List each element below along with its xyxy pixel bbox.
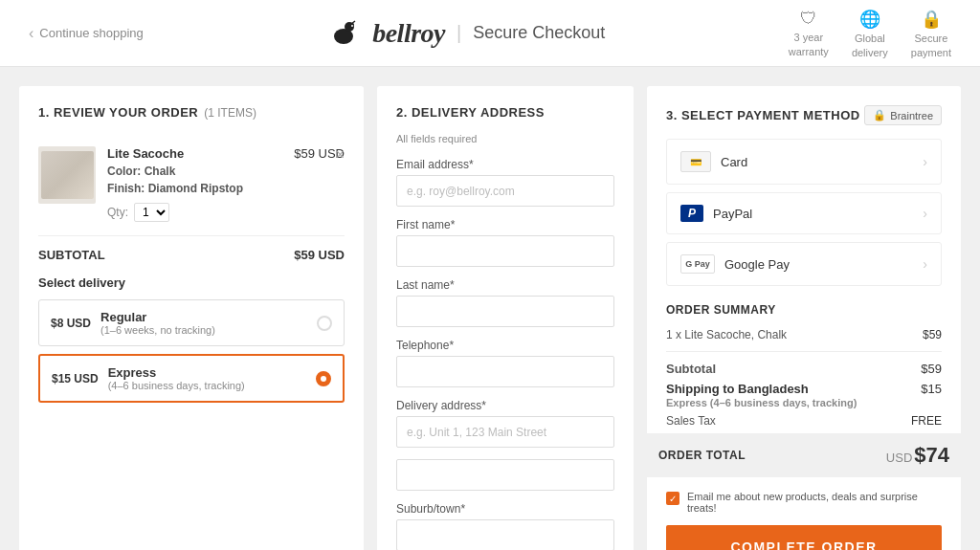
finish-value: Diamond Ripstop bbox=[148, 182, 243, 195]
svg-point-4 bbox=[351, 25, 353, 27]
payment-header: 3. SELECT PAYMENT METHOD 🔒 Braintree bbox=[666, 105, 942, 125]
os-tax-value: FREE bbox=[911, 414, 942, 428]
color-value: Chalk bbox=[145, 165, 176, 178]
address1-field-group: Delivery address* bbox=[396, 399, 614, 448]
email-checkbox-row: Email me about new products, deals and s… bbox=[666, 491, 942, 514]
payment-summary-section: 3. SELECT PAYMENT METHOD 🔒 Braintree 💳 C… bbox=[647, 86, 961, 550]
payment-icon: 🔒 bbox=[921, 9, 942, 30]
delivery-option-regular[interactable]: $8 USD Regular (1–6 weeks, no tracking) bbox=[38, 299, 345, 346]
suburb-input[interactable] bbox=[396, 519, 614, 550]
payment-option-gpay[interactable]: G Pay Google Pay › bbox=[666, 242, 942, 286]
suburb-field-group: Suburb/town* bbox=[396, 502, 614, 550]
logo-bird-icon bbox=[326, 17, 361, 46]
braintree-badge: 🔒 Braintree bbox=[864, 105, 942, 125]
os-subtotal-value: $59 bbox=[921, 362, 942, 376]
delivery-option-regular-left: $8 USD Regular (1–6 weeks, no tracking) bbox=[51, 310, 215, 336]
delivery-express-info: Express (4–6 business days, tracking) bbox=[108, 365, 245, 391]
delivery-line1: Global bbox=[855, 33, 885, 44]
payment-option-card[interactable]: 💳 Card › bbox=[666, 139, 942, 185]
order-review-section: 1. REVIEW YOUR ORDER (1 ITEMS) Lite Saco… bbox=[19, 86, 364, 550]
email-field-group: Email address* bbox=[396, 158, 614, 207]
order-total-amount: $74 bbox=[914, 443, 949, 467]
subtotal-label: SUBTOTAL bbox=[38, 248, 105, 262]
first-name-input[interactable] bbox=[396, 235, 614, 267]
delivery-badge: 🌐 Global delivery bbox=[852, 9, 888, 58]
order-summary: ORDER SUMMARY 1 x Lite Sacoche, Chalk $5… bbox=[666, 303, 942, 428]
back-label: Continue shopping bbox=[39, 26, 143, 40]
product-color: Color: Chalk bbox=[107, 163, 282, 180]
email-checkbox[interactable] bbox=[666, 492, 679, 505]
telephone-input[interactable] bbox=[396, 356, 614, 387]
first-name-label: First name* bbox=[396, 218, 614, 231]
delivery-express-price: $15 USD bbox=[52, 372, 99, 385]
card-label: Card bbox=[721, 155, 747, 169]
color-label: Color: bbox=[107, 165, 141, 178]
qty-label: Qty: bbox=[107, 206, 128, 219]
back-button[interactable]: ‹ Continue shopping bbox=[29, 25, 144, 42]
warranty-line1: 3 year bbox=[793, 32, 823, 43]
delivery-regular-price: $8 USD bbox=[51, 317, 91, 330]
logo-text: bellroy bbox=[372, 18, 445, 49]
gpay-chevron-icon: › bbox=[923, 256, 927, 272]
delivery-icon: 🌐 bbox=[859, 9, 880, 30]
os-subtotal-label: Subtotal bbox=[666, 362, 716, 376]
os-row-shipping: Shipping to Bangladesh Express (4–6 busi… bbox=[666, 382, 942, 408]
os-shipping-value: $15 bbox=[921, 382, 942, 408]
finish-label: Finish: bbox=[107, 182, 145, 195]
address2-field-group bbox=[396, 459, 614, 491]
paypal-label: PayPal bbox=[713, 207, 752, 221]
product-row: Lite Sacoche Color: Chalk Finish: Diamon… bbox=[38, 146, 345, 222]
payment-card-left: 💳 Card bbox=[680, 151, 747, 172]
os-row-subtotal: Subtotal $59 bbox=[666, 362, 942, 376]
gpay-label: Google Pay bbox=[724, 257, 790, 272]
required-note: All fields required bbox=[396, 133, 614, 144]
card-chevron-icon: › bbox=[923, 154, 927, 169]
item-count: (1 ITEMS) bbox=[204, 106, 256, 120]
email-input[interactable] bbox=[396, 175, 614, 207]
subtotal-row: SUBTOTAL $59 USD bbox=[38, 248, 345, 262]
warranty-icon: 🛡 bbox=[800, 9, 817, 29]
os-product-value: $59 bbox=[923, 328, 942, 341]
product-name: Lite Sacoche bbox=[107, 146, 282, 161]
os-tax-label: Sales Tax bbox=[666, 414, 716, 428]
product-image bbox=[38, 146, 96, 204]
payment-option-paypal[interactable]: P PayPal › bbox=[666, 192, 942, 234]
qty-select[interactable]: 123 bbox=[134, 203, 169, 222]
card-icon: 💳 bbox=[680, 151, 711, 172]
warranty-badge: 🛡 3 year warranty bbox=[789, 9, 829, 57]
delivery-option-express[interactable]: $15 USD Express (4–6 business days, trac… bbox=[38, 354, 345, 403]
product-info: Lite Sacoche Color: Chalk Finish: Diamon… bbox=[107, 146, 282, 222]
os-row-tax: Sales Tax FREE bbox=[666, 414, 942, 428]
secure-checkout-label: Secure Checkout bbox=[473, 23, 605, 43]
payment-gpay-left: G Pay Google Pay bbox=[680, 254, 790, 274]
warranty-line2: warranty bbox=[789, 46, 829, 57]
order-total-row: ORDER TOTAL USD$74 bbox=[647, 433, 961, 477]
main-content: 1. REVIEW YOUR ORDER (1 ITEMS) Lite Saco… bbox=[0, 67, 980, 550]
os-shipping-sub: Express (4–6 business days, tracking) bbox=[666, 397, 857, 408]
telephone-field-group: Telephone* bbox=[396, 339, 614, 387]
telephone-label: Telephone* bbox=[396, 339, 614, 352]
payment-line1: Secure bbox=[914, 33, 947, 44]
complete-order-button[interactable]: COMPLETE ORDER bbox=[666, 525, 942, 550]
product-finish: Finish: Diamond Ripstop bbox=[107, 180, 282, 197]
order-review-title: 1. REVIEW YOUR ORDER bbox=[38, 105, 198, 120]
os-shipping-label: Shipping to Bangladesh bbox=[666, 382, 857, 396]
order-total-value: USD$74 bbox=[886, 443, 949, 468]
braintree-label: Braintree bbox=[890, 110, 933, 121]
address2-input[interactable] bbox=[396, 459, 614, 491]
paypal-icon: P bbox=[680, 205, 703, 222]
delivery-address-section: 2. DELIVERY ADDRESS All fields required … bbox=[377, 86, 634, 550]
delivery-express-radio[interactable] bbox=[316, 371, 331, 386]
suburb-label: Suburb/town* bbox=[396, 502, 614, 516]
payment-paypal-left: P PayPal bbox=[680, 205, 752, 222]
last-name-input[interactable] bbox=[396, 296, 614, 327]
order-summary-title: ORDER SUMMARY bbox=[666, 303, 942, 317]
delivery-regular-radio[interactable] bbox=[317, 316, 332, 331]
address1-input[interactable] bbox=[396, 416, 614, 448]
remove-item-button[interactable]: × bbox=[336, 146, 345, 164]
address1-label: Delivery address* bbox=[396, 399, 614, 412]
logo-divider: | bbox=[457, 22, 461, 44]
payment-line2: payment bbox=[911, 47, 951, 58]
email-checkbox-label: Email me about new products, deals and s… bbox=[687, 491, 942, 514]
select-delivery-label: Select delivery bbox=[38, 275, 345, 290]
